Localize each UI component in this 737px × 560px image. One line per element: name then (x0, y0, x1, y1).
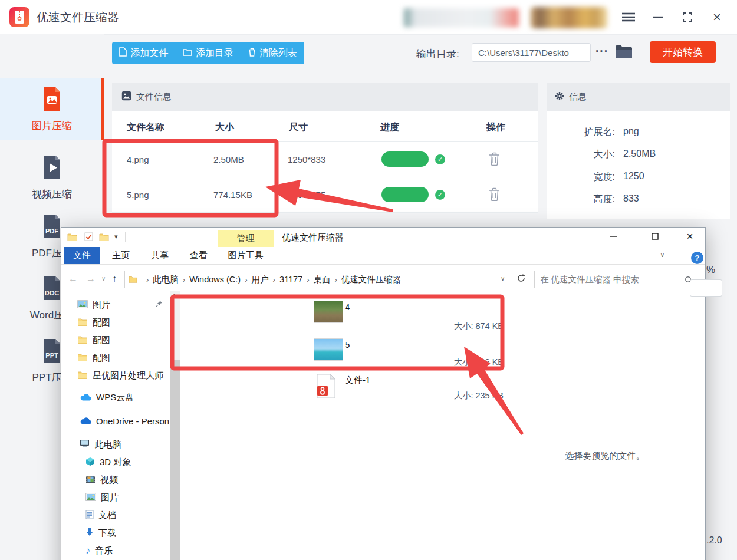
help-icon[interactable]: ? (691, 252, 703, 264)
add-directory-button[interactable]: 添加目录 (183, 47, 233, 60)
tree-item-videos[interactable]: 视频 (85, 472, 118, 487)
tree-item-wps-cloud[interactable]: WPS云盘 (80, 390, 134, 405)
delete-row-icon[interactable] (489, 187, 500, 203)
properties-check-icon[interactable] (84, 232, 93, 243)
tab-view[interactable]: 查看 (185, 247, 213, 264)
close-button[interactable]: × (706, 0, 728, 34)
explorer-minimize-button[interactable] (601, 228, 627, 245)
refresh-icon[interactable] (516, 274, 526, 285)
new-folder-icon[interactable] (99, 233, 109, 243)
preview-hint: 选择要预览的文件。 (504, 450, 706, 462)
maximize-button[interactable] (677, 0, 698, 34)
breadcrumb-current-folder[interactable]: 优速文件压缩器 (341, 274, 402, 285)
breadcrumb-separator: › (334, 275, 337, 284)
nav-history-icon[interactable]: ∨ (101, 275, 106, 282)
ribbon-collapse-icon[interactable]: ∨ (660, 251, 665, 259)
nav-up-icon[interactable]: ↑ (112, 274, 117, 284)
search-placeholder: 在 优速文件压缩器 中搜索 (540, 274, 639, 285)
tree-item-music[interactable]: ♪ 音乐 (85, 543, 113, 558)
clear-list-button[interactable]: 清除列表 (248, 47, 297, 60)
col-actions: 操作 (486, 121, 505, 134)
explorer-maximize-button[interactable] (642, 228, 668, 245)
file-row-4[interactable]: 4 大小: 874 KB (180, 298, 504, 332)
picture-icon (85, 493, 96, 503)
nav-back-icon[interactable]: ← (68, 274, 78, 284)
scroll-up-icon[interactable]: ∧ (172, 292, 176, 298)
tree-item-documents[interactable]: 文档 (85, 508, 116, 523)
breadcrumb-separator: › (183, 275, 185, 284)
breadcrumb-separator: › (273, 275, 275, 284)
tree-item-this-pc[interactable]: 此电脑 (80, 437, 121, 452)
info-label: 扩展名: (556, 126, 615, 139)
video-compress-icon (39, 154, 65, 180)
address-dropdown-icon[interactable]: ∨ (501, 275, 505, 282)
browse-more-button[interactable]: ··· (595, 45, 608, 58)
address-folder-icon (129, 276, 137, 283)
tree-item-pictures-quickaccess[interactable]: 图片 (77, 297, 110, 312)
pdf-badge: PDF (45, 228, 58, 235)
breadcrumb-windows-c[interactable]: Windows (C:) (189, 275, 241, 284)
app-titlebar: 优速文件压缩器 × (0, 0, 737, 35)
minimize-button[interactable] (647, 0, 669, 34)
breadcrumb-separator: › (245, 275, 247, 284)
nav-forward-icon[interactable]: → (86, 274, 96, 284)
progress-bar (381, 187, 429, 202)
tree-item-folder[interactable]: 配图 (77, 332, 110, 348)
col-size: 大小 (215, 121, 234, 134)
explorer-window: ▾ 管理 优速文件压缩器 × 文件 主页 共享 查看 图片工具 ∨ ? ← → … (61, 227, 706, 560)
search-box[interactable]: 在 优速文件压缩器 中搜索 (534, 271, 699, 288)
tree-item-folder[interactable]: 配图 (77, 350, 110, 365)
sidebar-item-image-compress[interactable]: 图片压缩 (0, 78, 104, 140)
tab-picture-tools[interactable]: 图片工具 (218, 247, 274, 264)
explorer-close-button[interactable]: × (677, 228, 703, 245)
cell-size: 2.50MB (213, 154, 244, 164)
image-thumbnail-forest (314, 301, 343, 322)
menu-icon[interactable] (618, 0, 639, 34)
breadcrumb-separator: › (307, 275, 309, 284)
nav-tree: 图片 配图 配图 配图 星优图片处理大师 W (61, 291, 170, 560)
gear-icon (555, 91, 564, 103)
explorer-title: 优速文件压缩器 (282, 232, 344, 243)
document-icon (85, 510, 94, 521)
address-bar[interactable]: › 此电脑 › Windows (C:) › 用户 › 31177 › 桌面 ›… (124, 271, 512, 288)
tree-item-pictures[interactable]: 图片 (85, 490, 119, 505)
breadcrumb-users[interactable]: 用户 (252, 274, 269, 285)
breadcrumb-desktop[interactable]: 桌面 (313, 274, 330, 285)
info-value: 833 (623, 193, 639, 204)
tree-item-onedrive[interactable]: OneDrive - Person (80, 413, 169, 429)
output-dir-input[interactable] (472, 43, 591, 62)
percent-fragment: % (706, 264, 715, 276)
tree-item-downloads[interactable]: 下载 (85, 525, 116, 541)
picture-panel-icon (121, 91, 131, 103)
done-check-icon: ✓ (435, 154, 445, 164)
start-convert-button[interactable]: 开始转换 (650, 41, 716, 63)
file-row-5[interactable]: 5 大小: 336 KB (180, 337, 504, 371)
film-icon (85, 475, 96, 485)
tree-scrollbar-thumb[interactable] (170, 360, 180, 560)
doc-badge: DOC (45, 289, 60, 297)
sidebar-item-label: 视频压缩 (0, 187, 104, 201)
sidebar-item-video-compress[interactable]: 视频压缩 (0, 146, 104, 208)
add-file-label: 添加文件 (130, 47, 168, 60)
breadcrumb-this-pc[interactable]: 此电脑 (153, 274, 179, 285)
manage-contextual-tab[interactable]: 管理 (218, 230, 274, 247)
file-row-document[interactable]: 文件-1 大小: 235 KB (180, 371, 504, 407)
tab-share[interactable]: 共享 (146, 247, 174, 264)
tree-item-folder[interactable]: 配图 (77, 315, 110, 330)
cell-filename: 4.png (127, 154, 149, 164)
toolbar-button-group: 添加文件 添加目录 清除列表 (112, 42, 304, 64)
add-file-button[interactable]: 添加文件 (119, 47, 168, 60)
music-note-icon: ♪ (85, 545, 90, 556)
tree-item-folder[interactable]: 星优图片处理大师 (77, 368, 163, 383)
tab-home[interactable]: 主页 (107, 247, 135, 264)
quality-input-fragment[interactable] (690, 279, 722, 297)
wps-cloud-icon (80, 393, 91, 403)
breadcrumb-31177[interactable]: 31177 (279, 275, 302, 284)
open-folder-icon[interactable] (615, 45, 633, 62)
qat-dropdown-icon[interactable]: ▾ (114, 233, 118, 241)
tab-file[interactable]: 文件 (64, 247, 100, 264)
tree-item-3d-objects[interactable]: 3D 对象 (85, 454, 131, 470)
info-value: 2.50MB (623, 149, 656, 159)
info-panel-header: 信息 (547, 83, 730, 111)
delete-row-icon[interactable] (489, 152, 500, 168)
